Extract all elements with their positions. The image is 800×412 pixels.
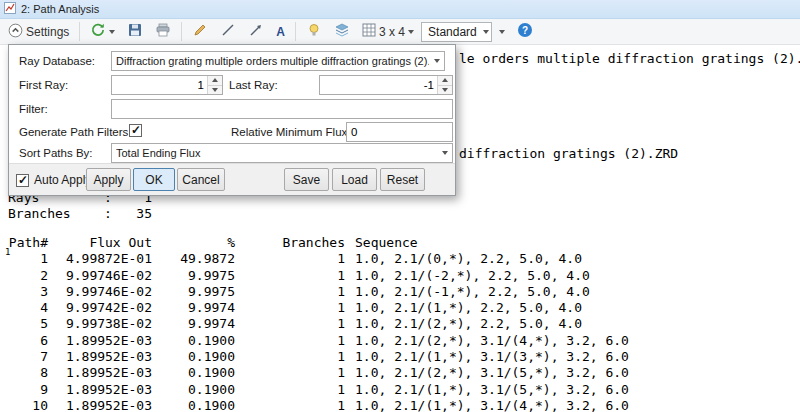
chevron-down-icon xyxy=(437,151,452,155)
ray-database-value: Diffraction grating multiple orders mult… xyxy=(112,55,429,67)
cell-branches: 1 xyxy=(235,284,345,300)
layers-button[interactable] xyxy=(329,21,355,43)
cell-path: 8 xyxy=(8,365,48,381)
save-settings-button[interactable]: Save xyxy=(284,168,329,191)
grid-size-button[interactable]: 3 x 4 xyxy=(357,21,419,43)
path-analysis-window: 2: Path Analysis Settings xyxy=(0,0,800,412)
relative-minimum-flux-input[interactable] xyxy=(346,122,453,142)
last-ray-input[interactable] xyxy=(320,76,437,94)
header-branches: Branches xyxy=(235,235,345,251)
spin-down-button[interactable] xyxy=(438,85,452,95)
triangle-up-icon xyxy=(212,78,218,82)
sort-paths-by-select[interactable]: Total Ending Flux xyxy=(111,143,453,163)
grid-size-label: 3 x 4 xyxy=(379,25,405,39)
output-filename-line: le orders multiple diffraction gratings … xyxy=(459,51,800,66)
apply-button[interactable]: Apply xyxy=(86,168,131,191)
cell-percent: 49.9872 xyxy=(152,251,235,267)
toolbar-separator xyxy=(79,22,80,41)
svg-text:?: ? xyxy=(522,25,528,36)
chevron-down-icon xyxy=(499,30,505,34)
cell-percent: 9.9974 xyxy=(152,300,235,316)
grid-icon xyxy=(362,23,376,40)
dialog-footer: Auto Apply Apply OK Cancel Save Load Res… xyxy=(9,163,455,195)
table-row: 71.89952E-030.190011.0, 2.1/(1,*), 3.1/(… xyxy=(8,349,800,365)
cell-flux-out: 4.99872E-01 xyxy=(48,251,152,267)
cell-path: 5 xyxy=(8,316,48,332)
cell-sequence: 1.0, 2.1/(2,*), 3.1/(4,*), 3.2, 6.0 xyxy=(345,333,800,349)
filter-label: Filter: xyxy=(19,103,48,115)
spin-down-button[interactable] xyxy=(208,85,222,95)
line-tool-icon xyxy=(220,22,236,41)
cell-flux-out: 1.89952E-03 xyxy=(48,365,152,381)
generate-path-filters-label: Generate Path Filters xyxy=(19,126,128,138)
branches-stat-line: Branches : 35 xyxy=(8,206,152,221)
more-options-button[interactable] xyxy=(494,21,510,43)
cell-percent: 0.1900 xyxy=(152,349,235,365)
table-row: 49.99742E-029.997411.0, 2.1/(1,*), 2.2, … xyxy=(8,300,800,316)
cell-sequence: 1.0, 2.1/(1,*), 3.1/(5,*), 3.2, 6.0 xyxy=(345,382,800,398)
cell-flux-out: 1.89952E-03 xyxy=(48,382,152,398)
cell-percent: 9.9975 xyxy=(152,284,235,300)
cell-sequence: 1.0, 2.1/(2,*), 2.2, 5.0, 4.0 xyxy=(345,316,800,332)
chevron-down-icon xyxy=(408,30,414,34)
annotate-arrow-button[interactable] xyxy=(243,21,269,43)
annotate-text-button[interactable]: A xyxy=(271,21,290,43)
window-titlebar: 2: Path Analysis xyxy=(0,0,800,19)
cell-flux-out: 1.89952E-03 xyxy=(48,349,152,365)
table-row: 81.89952E-030.190011.0, 2.1/(2,*), 3.1/(… xyxy=(8,365,800,381)
annotate-pencil-button[interactable] xyxy=(187,21,213,43)
window-icon xyxy=(4,0,16,18)
cell-flux-out: 1.89952E-03 xyxy=(48,398,152,412)
filter-input[interactable] xyxy=(111,99,453,119)
refresh-button[interactable] xyxy=(85,21,120,43)
first-ray-input[interactable] xyxy=(112,76,207,94)
annotate-line-button[interactable] xyxy=(215,21,241,43)
header-path: Path# xyxy=(8,235,48,251)
reset-settings-button[interactable]: Reset xyxy=(380,168,425,191)
help-button[interactable]: ? xyxy=(512,21,538,43)
auto-apply-label: Auto Apply xyxy=(34,173,91,187)
triangle-down-icon xyxy=(212,88,218,92)
cell-sequence: 1.0, 2.1/(1,*), 3.1/(3,*), 3.2, 6.0 xyxy=(345,349,800,365)
load-settings-button[interactable]: Load xyxy=(332,168,377,191)
cell-path: 6 xyxy=(8,333,48,349)
table-row: 61.89952E-030.190011.0, 2.1/(2,*), 3.1/(… xyxy=(8,333,800,349)
last-ray-spin-buttons xyxy=(437,76,452,94)
cell-percent: 9.9975 xyxy=(152,268,235,284)
cell-flux-out: 9.99742E-02 xyxy=(48,300,152,316)
ok-button[interactable]: OK xyxy=(133,168,175,191)
last-ray-stepper xyxy=(319,75,453,95)
path-table: Path# Flux Out % Branches Sequence 14.99… xyxy=(8,235,800,412)
generate-path-filters-checkbox[interactable] xyxy=(129,124,142,137)
lamp-button[interactable] xyxy=(301,21,327,43)
ray-database-select[interactable]: Diffraction grating multiple orders mult… xyxy=(111,51,445,71)
cancel-button[interactable]: Cancel xyxy=(177,168,225,191)
cell-flux-out: 9.99738E-02 xyxy=(48,316,152,332)
path-table-rows: 14.99872E-0149.987211.0, 2.1/(0,*), 2.2,… xyxy=(8,251,800,412)
branches-value: 35 xyxy=(112,206,152,221)
layers-icon xyxy=(334,22,350,41)
table-row: 29.99746E-029.997511.0, 2.1/(-2,*), 2.2,… xyxy=(8,268,800,284)
print-button[interactable] xyxy=(150,21,176,43)
cell-flux-out: 1.89952E-03 xyxy=(48,333,152,349)
output-raydb-line: diffraction gratings (2).ZRD xyxy=(459,146,678,161)
spin-up-button[interactable] xyxy=(438,76,452,85)
cell-flux-out: 9.99746E-02 xyxy=(48,284,152,300)
cell-sequence: 1.0, 2.1/(0,*), 2.2, 5.0, 4.0 xyxy=(345,251,800,267)
save-button[interactable] xyxy=(122,21,148,43)
lamp-icon xyxy=(306,22,322,41)
save-icon xyxy=(127,22,143,41)
header-flux-out: Flux Out xyxy=(48,235,152,251)
chevron-down-icon xyxy=(429,59,444,63)
auto-apply-checkbox[interactable] xyxy=(16,174,29,187)
cell-path: 4 xyxy=(8,300,48,316)
last-ray-label: Last Ray: xyxy=(229,79,278,91)
cell-branches: 1 xyxy=(235,268,345,284)
arrow-tool-icon xyxy=(248,22,264,41)
ray-database-label: Ray Database: xyxy=(19,55,95,67)
cell-sequence: 1.0, 2.1/(2,*), 3.1/(5,*), 3.2, 6.0 xyxy=(345,365,800,381)
layout-select[interactable]: Standard xyxy=(421,22,492,42)
toolbar-separator xyxy=(295,22,296,41)
settings-button[interactable]: Settings xyxy=(3,21,74,43)
spin-up-button[interactable] xyxy=(208,76,222,85)
